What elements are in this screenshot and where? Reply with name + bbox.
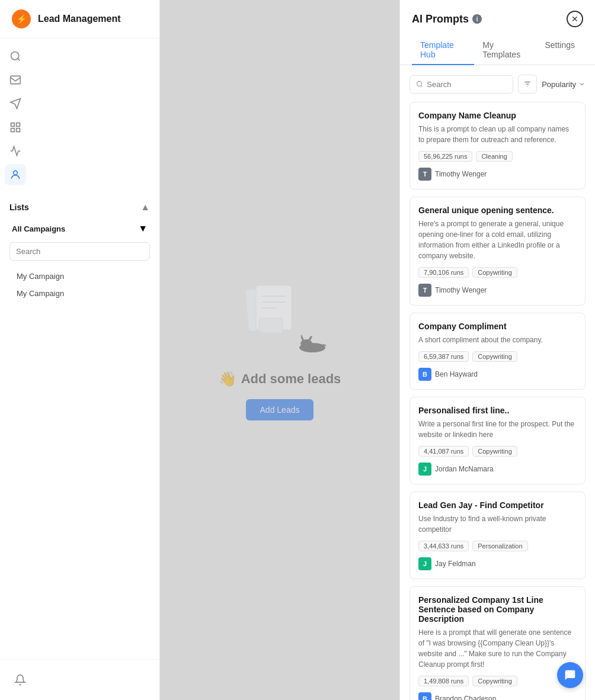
nav-grid-icon[interactable] [5, 117, 26, 138]
chat-bubble-button[interactable] [557, 662, 583, 688]
svg-point-15 [300, 339, 312, 348]
template-desc: A short compliment about the company. [418, 335, 577, 345]
tab-settings[interactable]: Settings [536, 36, 583, 65]
author-name: Timothy Wenger [435, 286, 487, 294]
template-tags: 3,44,633 runs Personalization [418, 541, 577, 551]
template-tags: 6,59,387 runs Copywriting [418, 351, 577, 362]
lists-toggle[interactable]: ▲ [140, 202, 150, 213]
template-runs-tag: 7,90,106 runs [418, 267, 469, 278]
tab-my-templates[interactable]: My Templates [474, 36, 536, 65]
info-icon[interactable]: i [472, 14, 482, 24]
panel-tabs: Template Hub My Templates Settings [412, 36, 583, 65]
template-category-tag: Cleaning [476, 151, 512, 162]
svg-rect-2 [11, 123, 15, 127]
template-desc: This is a prompt to clean up all company… [418, 124, 577, 145]
panel-title: AI Prompts i [412, 13, 482, 25]
app-title: Lead Management [38, 14, 121, 24]
template-title: Company Name Cleanup [418, 111, 577, 120]
template-card[interactable]: Company Name Cleanup This is a prompt to… [410, 102, 586, 190]
template-desc: Here's a prompt to generate a general, u… [418, 219, 577, 261]
author-avatar: J [418, 557, 431, 570]
author-name: Jay Feldman [435, 560, 476, 568]
list-item[interactable]: My Campaign [9, 285, 150, 302]
template-title: General unique opening sentence. [418, 205, 577, 215]
template-tags: 4,41,087 runs Copywriting [418, 446, 577, 457]
tab-template-hub[interactable]: Template Hub [412, 36, 474, 65]
author-name: Timothy Wenger [435, 170, 487, 178]
template-author: B Brandon Charleson [418, 692, 577, 700]
all-campaigns-header[interactable]: All Campaigns ▼ [9, 220, 150, 237]
author-avatar: B [418, 692, 431, 700]
template-card[interactable]: General unique opening sentence. Here's … [410, 197, 586, 306]
template-category-tag: Copywriting [472, 446, 517, 457]
all-campaigns-label: All Campaigns [12, 224, 65, 233]
template-runs-tag: 3,44,633 runs [418, 541, 469, 551]
template-card[interactable]: Personalised first line.. Write a person… [410, 397, 586, 484]
notifications-icon[interactable] [9, 669, 31, 691]
template-tags: 56,96,225 runs Cleaning [418, 151, 577, 162]
nav-search-icon[interactable] [5, 46, 26, 67]
template-category-tag: Copywriting [472, 351, 517, 362]
sidebar-content: Lists ▲ All Campaigns ▼ My Campaign My C… [0, 192, 159, 659]
template-tags: 7,90,106 runs Copywriting [418, 267, 577, 278]
close-button[interactable]: ✕ [567, 11, 583, 27]
search-row: Popularity [410, 75, 586, 94]
template-desc: Here is a prompt that will generate one … [418, 627, 577, 670]
template-author: J Jordan McNamara [418, 463, 577, 476]
template-title: Personalized Company 1st Line Sentence b… [418, 595, 577, 624]
sidebar-nav [0, 38, 159, 192]
template-title: Company Compliment [418, 322, 577, 331]
list-item[interactable]: My Campaign [9, 268, 150, 285]
empty-illustration [226, 280, 333, 359]
svg-rect-3 [17, 123, 20, 127]
nav-send-icon[interactable] [5, 93, 26, 114]
template-author: T Timothy Wenger [418, 284, 577, 297]
template-tags: 1,49,808 runs Copywriting [418, 676, 577, 686]
nav-email-icon[interactable] [5, 69, 26, 91]
template-card[interactable]: Company Compliment A short compliment ab… [410, 313, 586, 390]
template-list: Company Name Cleanup This is a prompt to… [410, 102, 586, 700]
template-desc: Use Industry to find a well-known privat… [418, 513, 577, 535]
panel-title-row: AI Prompts i ✕ [412, 11, 583, 27]
template-runs-tag: 6,59,387 runs [418, 351, 469, 362]
panel-body: Popularity Company Name Cleanup This is … [400, 65, 595, 700]
author-name: Ben Hayward [435, 370, 478, 378]
author-avatar: B [418, 368, 431, 381]
filter-button[interactable] [518, 75, 537, 94]
author-name: Brandon Charleson [435, 695, 496, 700]
svg-rect-1 [11, 76, 21, 84]
lists-section-header: Lists ▲ [9, 202, 150, 213]
template-search-input[interactable] [427, 80, 507, 89]
template-title: Personalised first line.. [418, 406, 577, 415]
template-author: B Ben Hayward [418, 368, 577, 381]
svg-point-0 [11, 52, 19, 60]
template-author: T Timothy Wenger [418, 168, 577, 181]
template-category-tag: Copywriting [472, 676, 517, 686]
author-avatar: T [418, 168, 431, 181]
search-icon [416, 80, 423, 88]
ai-prompts-panel: AI Prompts i ✕ Template Hub My Templates… [399, 0, 595, 700]
template-runs-tag: 1,49,808 runs [418, 676, 469, 686]
nav-users-icon[interactable] [5, 164, 26, 185]
nav-chart-icon[interactable] [5, 140, 26, 162]
svg-point-16 [417, 81, 422, 86]
app-logo: ⚡ [12, 9, 31, 28]
main-content: 👋 Add some leads Add Leads [160, 0, 399, 700]
lists-label: Lists [9, 203, 29, 212]
campaign-search-input[interactable] [9, 242, 150, 261]
template-category-tag: Personalization [472, 541, 527, 551]
template-author: J Jay Feldman [418, 557, 577, 570]
author-avatar: T [418, 284, 431, 297]
author-name: Jordan McNamara [435, 465, 494, 473]
sidebar: ⚡ Lead Management Lists ▲ All Campa [0, 0, 160, 700]
template-title: Lead Gen Jay - Find Competitor [418, 500, 577, 510]
sidebar-bottom [0, 659, 159, 700]
panel-header: AI Prompts i ✕ Template Hub My Templates… [400, 0, 595, 65]
sidebar-header: ⚡ Lead Management [0, 0, 159, 38]
template-desc: Write a personal first line for the pros… [418, 419, 577, 440]
author-avatar: J [418, 463, 431, 476]
sort-button[interactable]: Popularity [542, 80, 586, 89]
chevron-down-icon [578, 81, 586, 88]
template-card[interactable]: Lead Gen Jay - Find Competitor Use Indus… [410, 492, 586, 579]
template-search-field[interactable] [410, 75, 513, 94]
